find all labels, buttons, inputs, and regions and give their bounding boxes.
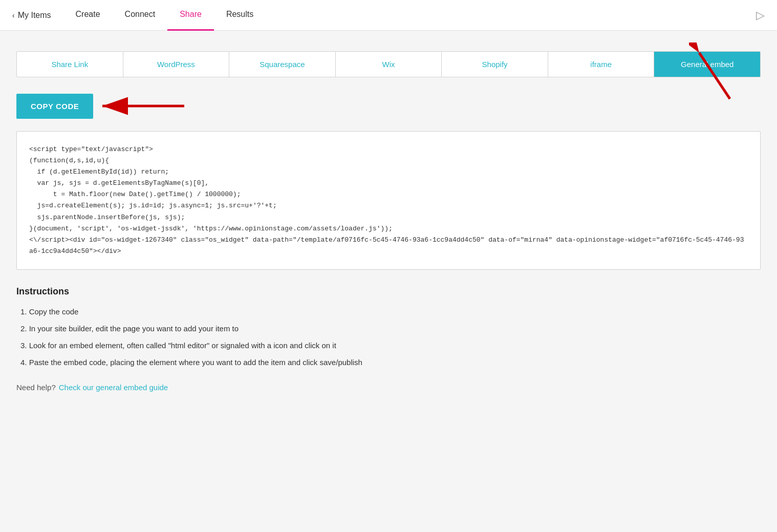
nav-item-share[interactable]: Share bbox=[167, 0, 214, 31]
instructions-list: Copy the code In your site builder, edit… bbox=[16, 307, 761, 367]
instruction-item-3: Look for an embed element, often called … bbox=[16, 341, 761, 350]
tab-share-link[interactable]: Share Link bbox=[17, 52, 123, 77]
need-help-section: Need help? Check our general embed guide bbox=[16, 383, 761, 392]
tab-wordpress[interactable]: WordPress bbox=[123, 52, 230, 77]
tab-bar: Share Link WordPress Squarespace Wix Sho… bbox=[16, 51, 761, 77]
tab-iframe[interactable]: iframe bbox=[548, 52, 655, 77]
svg-line-3 bbox=[699, 53, 730, 99]
instructions-title: Instructions bbox=[16, 286, 761, 297]
embed-code-block: <script type="text/javascript"> (functio… bbox=[16, 131, 761, 270]
tab-wix[interactable]: Wix bbox=[336, 52, 442, 77]
instruction-item-4: Paste the embed code, placing the elemen… bbox=[16, 358, 761, 367]
nav-item-create[interactable]: Create bbox=[63, 0, 113, 31]
right-arrow-annotation bbox=[689, 42, 750, 104]
nav-right: ▷ bbox=[756, 9, 765, 22]
instruction-item-1: Copy the code bbox=[16, 307, 761, 316]
tab-squarespace[interactable]: Squarespace bbox=[229, 52, 336, 77]
instruction-item-2: In your site builder, edit the page you … bbox=[16, 324, 761, 333]
cursor-icon: ▷ bbox=[756, 9, 765, 22]
back-label: My Items bbox=[18, 11, 51, 20]
main-content: Share Link WordPress Squarespace Wix Sho… bbox=[0, 31, 777, 412]
nav-items: Create Connect Share Results bbox=[63, 0, 266, 31]
instructions-section: Instructions Copy the code In your site … bbox=[16, 286, 761, 367]
general-embed-guide-link[interactable]: Check our general embed guide bbox=[59, 383, 168, 392]
top-navigation: ‹ My Items Create Connect Share Results … bbox=[0, 0, 777, 31]
copy-code-button[interactable]: COPY CODE bbox=[16, 94, 93, 119]
copy-code-section: COPY CODE bbox=[16, 94, 761, 119]
need-help-label: Need help? bbox=[16, 383, 56, 392]
nav-item-results[interactable]: Results bbox=[214, 0, 266, 31]
back-to-my-items[interactable]: ‹ My Items bbox=[12, 11, 51, 20]
nav-item-connect[interactable]: Connect bbox=[113, 0, 168, 31]
chevron-left-icon: ‹ bbox=[12, 11, 15, 19]
left-arrow-annotation bbox=[92, 92, 195, 122]
tab-shopify[interactable]: Shopify bbox=[442, 52, 548, 77]
